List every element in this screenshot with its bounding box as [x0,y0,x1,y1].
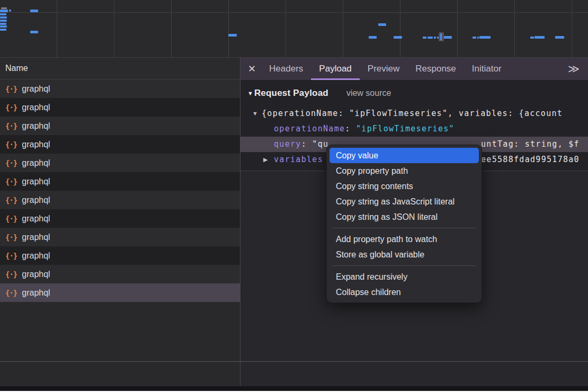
request-name-label: graphql [22,195,50,205]
overview-gridlines [0,0,588,57]
tab-response[interactable]: Response [407,58,464,80]
view-source-link[interactable]: view source [346,88,391,98]
request-timeline-bar [534,36,545,39]
collapse-root-icon[interactable]: ▼ [252,106,258,121]
request-list-row[interactable]: {·}graphql [0,154,240,172]
menu-item-store-as-global-variable[interactable]: Store as global variable [329,247,479,262]
request-timeline-bar [0,25,7,28]
expand-variables-icon[interactable]: ▶ [263,152,268,167]
request-name-label: graphql [22,270,50,279]
json-request-icon: {·} [5,140,17,149]
tab-initiator[interactable]: Initiator [464,58,510,80]
request-list-row[interactable]: {·}graphql [0,79,240,98]
request-timeline-bar [369,36,377,39]
request-timeline-bar [473,37,476,39]
menu-item-copy-string-contents[interactable]: Copy string contents [329,179,479,194]
request-name-label: graphql [22,214,50,224]
key-separator: : [301,139,313,149]
menu-item-add-property-path-to-watch[interactable]: Add property path to watch [329,231,479,247]
request-timeline-bar [479,36,491,39]
request-list: {·}graphql{·}graphql{·}graphql{·}graphql… [0,79,240,302]
request-timeline-bar [378,23,386,26]
json-request-icon: {·} [5,215,17,223]
request-timeline-bar [444,36,452,39]
request-list-row[interactable]: {·}graphql [0,172,240,191]
lower-panel-divider [0,361,588,362]
request-timeline-bar [228,34,237,37]
request-timeline-bar [9,10,11,12]
section-title: Request Payload [254,88,328,99]
request-name-label: graphql [22,158,50,168]
name-column-header[interactable]: Name [0,58,240,79]
detail-tabbar: ✕ HeadersPayloadPreviewResponseInitiator… [240,58,588,80]
query-value-start: "qu [312,139,328,149]
request-name-label: graphql [22,84,50,94]
window-bottom-edge [0,386,588,391]
request-name-label: graphql [22,103,50,112]
property-key: query [274,139,301,149]
operation-name-row[interactable]: operationName: "ipFlowTimeseries" [240,121,588,137]
detail-tabs: HeadersPayloadPreviewResponseInitiator [261,58,509,80]
request-timeline-bar [477,37,479,39]
menu-item-expand-recursively[interactable]: Expand recursively [329,269,479,284]
request-list-row[interactable]: {·}graphql [0,135,240,154]
tab-headers[interactable]: Headers [261,58,311,80]
more-tabs-icon[interactable]: ≫ [568,63,580,75]
name-column-label: Name [5,64,28,73]
request-timeline-bar [434,37,436,39]
menu-item-copy-value[interactable]: Copy value [329,148,479,163]
json-request-icon: {·} [5,252,17,260]
request-list-row[interactable]: {·}graphql [0,283,240,302]
request-list-row[interactable]: {·}graphql [0,228,240,246]
network-overview[interactable] [0,0,588,58]
request-timeline-bar [427,37,433,39]
request-list-row[interactable]: {·}graphql [0,98,240,117]
request-payload-header: ▼ Request Payload view source [240,80,588,106]
request-timeline-bar [30,10,38,12]
context-menu: Copy valueCopy property pathCopy string … [326,145,482,303]
request-timeline-bar [530,37,534,39]
request-name-label: graphql [22,288,50,298]
section-collapse-icon[interactable]: ▼ [247,90,253,96]
selected-request-marker [439,32,444,41]
json-request-icon: {·} [5,196,17,204]
panel-divider[interactable] [240,58,240,392]
json-request-icon: {·} [5,85,17,93]
json-request-icon: {·} [5,177,17,186]
json-request-icon: {·} [5,122,17,130]
overview-row-divider [0,12,588,13]
request-list-row[interactable]: {·}graphql [0,265,240,283]
menu-item-copy-string-as-javascript-literal[interactable]: Copy string as JavaScript literal [329,194,479,209]
property-key: operationName [274,124,345,133]
request-name-label: graphql [22,121,50,131]
tab-preview[interactable]: Preview [360,58,407,80]
close-icon[interactable]: ✕ [248,63,256,75]
request-list-row[interactable]: {·}graphql [0,191,240,209]
request-timeline-bar [394,36,402,39]
property-key: variables [274,155,323,164]
menu-item-copy-property-path[interactable]: Copy property path [329,163,479,179]
request-name-label: graphql [22,177,50,186]
request-timeline-bar [423,37,426,39]
selected-request-marker-bar [440,33,442,40]
request-timeline-bar [0,29,6,31]
menu-item-collapse-children[interactable]: Collapse children [329,284,479,300]
request-list-row[interactable]: {·}graphql [0,117,240,135]
tab-payload[interactable]: Payload [311,58,359,80]
request-list-row[interactable]: {·}graphql [0,246,240,265]
menu-item-copy-string-as-json-literal[interactable]: Copy string as JSON literal [329,209,479,225]
request-timeline-bar [555,36,564,39]
request-name-label: graphql [22,251,50,261]
devtools-network-panel: Name {·}graphql{·}graphql{·}graphql{·}gr… [0,0,588,392]
json-request-icon: {·} [5,233,17,242]
property-value-string: "ipFlowTimeseries" [356,124,455,133]
json-request-icon: {·} [5,103,17,112]
key-separator: : [345,124,356,133]
request-timeline-bar [0,23,6,25]
json-request-icon: {·} [5,289,17,297]
request-list-row[interactable]: {·}graphql [0,209,240,228]
payload-root-row[interactable]: ▼ {operationName: "ipFlowTimeseries", va… [240,106,588,121]
request-timeline-bar [30,31,38,33]
request-name-label: graphql [22,140,50,149]
request-list-panel: Name {·}graphql{·}graphql{·}graphql{·}gr… [0,58,240,392]
